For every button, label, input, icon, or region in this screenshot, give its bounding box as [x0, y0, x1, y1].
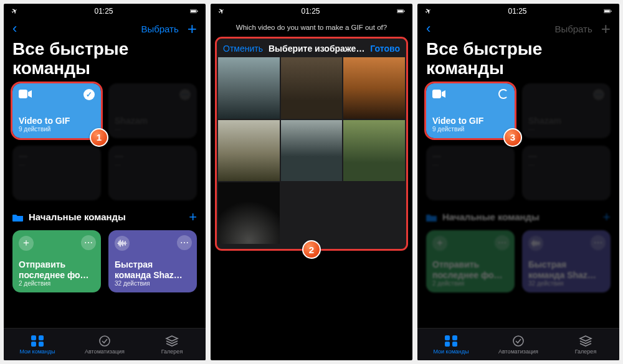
photo-thumb[interactable] — [218, 120, 280, 182]
photo-thumb[interactable] — [343, 57, 405, 119]
phone-center: ✈ 01:25 Which video do you want to make … — [211, 4, 412, 360]
status-bar: ✈ 01:25 — [417, 4, 619, 19]
check-icon: ✓ — [83, 89, 95, 100]
plus-circle-icon: ＋ — [19, 236, 34, 251]
shortcut-blurred: —— — [12, 146, 101, 200]
starter-sub: 2 действия — [432, 280, 508, 287]
shortcut-sub: 9 действий — [19, 126, 95, 133]
step-badge-1: 1 — [90, 128, 108, 147]
battery-icon — [397, 8, 405, 14]
waveform-icon — [528, 236, 543, 251]
starter-shazam[interactable]: ⋯ Быстрая команда Shaz… 32 действия — [108, 230, 197, 292]
grid-icon — [444, 335, 458, 347]
svg-rect-1 — [191, 10, 196, 12]
svg-rect-16 — [445, 335, 450, 340]
svg-rect-14 — [611, 11, 611, 12]
photo-thumb[interactable] — [218, 182, 280, 244]
back-icon[interactable]: ‹ — [426, 21, 430, 37]
phone-left: ✈ 01:25 ‹ Выбрать + Все быстрые команды … — [4, 4, 206, 360]
status-time: 01:25 — [94, 7, 113, 16]
svg-rect-11 — [404, 11, 404, 12]
svg-rect-7 — [39, 342, 44, 347]
starter-send-photo: ＋ ⋯ Отправить последнее фо… 2 действия — [426, 230, 515, 292]
page-title: Все быстрые команды — [417, 39, 619, 83]
picker-title: Выберите изображе… — [263, 44, 370, 54]
tab-bar: Мои команды Автоматизация Галерея — [417, 328, 619, 360]
more-icon[interactable]: ⋯ — [81, 235, 96, 250]
tab-my-commands[interactable]: Мои команды — [4, 329, 71, 360]
tab-automation[interactable]: Автоматизация — [485, 329, 552, 360]
photo-thumb[interactable] — [343, 120, 405, 182]
shortcut-blurred: —— — [108, 146, 197, 200]
grid-icon — [31, 335, 44, 347]
svg-point-20 — [513, 336, 523, 346]
more-icon[interactable]: ⋯ — [177, 235, 192, 250]
airplane-icon: ✈ — [216, 6, 226, 16]
starter-title: Отправить последнее фо… — [432, 259, 508, 279]
shortcut-sub: 9 действий — [432, 126, 508, 133]
battery-icon — [190, 8, 198, 14]
photo-thumb[interactable] — [218, 57, 280, 119]
svg-point-8 — [100, 336, 110, 346]
svg-rect-2 — [197, 11, 197, 12]
section-label: Начальные команды — [29, 212, 126, 222]
airplane-icon: ✈ — [423, 6, 433, 16]
svg-rect-6 — [31, 342, 36, 347]
picker-done-button[interactable]: Готово — [370, 44, 400, 54]
tab-gallery[interactable]: Галерея — [552, 329, 619, 360]
picker-cancel-button[interactable]: Отменить — [223, 44, 263, 54]
svg-rect-10 — [397, 10, 403, 12]
folder-icon — [426, 213, 437, 222]
more-icon: ⋯ — [495, 235, 510, 250]
svg-rect-15 — [432, 90, 441, 98]
select-button[interactable]: Выбрать — [141, 24, 178, 34]
folder-icon — [12, 213, 24, 222]
section-label: Начальные команды — [442, 212, 540, 222]
starter-title: Отправить последнее фо… — [19, 259, 95, 279]
nav-header: ‹ Выбрать + — [417, 19, 619, 39]
starter-title: Быстрая команда Shaz… — [528, 259, 604, 279]
svg-rect-4 — [31, 335, 36, 340]
photo-thumb[interactable] — [281, 57, 343, 119]
tab-label: Автоматизация — [498, 348, 538, 355]
plus-circle-icon: ＋ — [432, 236, 447, 251]
more-icon: ⋯ — [591, 235, 606, 250]
svg-rect-18 — [445, 342, 450, 347]
svg-rect-5 — [39, 335, 44, 340]
spinner-icon — [498, 89, 508, 99]
shortcut-blurred: ⋯ Shazam— — [522, 83, 611, 138]
shortcut-blurred: —— — [522, 146, 611, 200]
starter-sub: 32 действия — [115, 280, 191, 287]
section-add-button[interactable]: + — [189, 209, 197, 225]
tab-gallery[interactable]: Галерея — [138, 329, 206, 360]
svg-rect-13 — [604, 10, 610, 12]
shortcut-blurred: —— — [426, 146, 515, 200]
photo-thumb[interactable] — [281, 120, 343, 182]
starter-send-photo[interactable]: ＋ ⋯ Отправить последнее фо… 2 действия — [12, 230, 101, 292]
svg-rect-3 — [19, 90, 27, 98]
clock-check-icon — [511, 335, 525, 347]
tab-bar: Мои команды Автоматизация Галерея — [4, 328, 206, 360]
tab-label: Мои команды — [19, 348, 55, 355]
step-badge-2: 2 — [302, 240, 321, 259]
starter-sub: 2 действия — [19, 280, 95, 287]
tab-label: Мои команды — [433, 348, 468, 355]
airplane-icon: ✈ — [9, 6, 19, 16]
add-button[interactable]: + — [188, 19, 197, 39]
shortcut-title: Video to GIF — [432, 116, 508, 126]
video-icon — [19, 89, 32, 99]
select-button-disabled: Выбрать — [554, 24, 592, 34]
tab-my-commands[interactable]: Мои команды — [417, 329, 485, 360]
section-add-button: + — [602, 209, 611, 225]
nav-header: ‹ Выбрать + — [4, 19, 206, 39]
starter-shazam: ⋯ Быстрая команда Shaz… 32 действия — [522, 230, 611, 292]
stack-icon — [165, 335, 179, 347]
starter-title: Быстрая команда Shaz… — [115, 259, 191, 279]
starter-section-header: Начальные команды + — [4, 200, 206, 230]
photo-grid — [217, 57, 406, 244]
shortcut-video-to-gif[interactable]: ✓ Video to GIF 9 действий 1 — [12, 83, 101, 138]
back-icon[interactable]: ‹ — [12, 21, 17, 37]
phone-right: ✈ 01:25 ‹ Выбрать + Все быстрые команды … — [417, 4, 619, 360]
shortcut-video-to-gif-running[interactable]: Video to GIF 9 действий 3 — [426, 83, 515, 138]
tab-automation[interactable]: Автоматизация — [71, 329, 138, 360]
